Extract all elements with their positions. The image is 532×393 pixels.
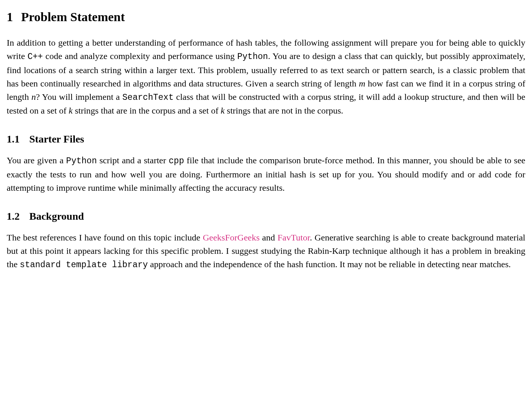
starter-files-paragraph: You are given a Python script and a star… — [7, 154, 525, 194]
code-cpp: cpp — [169, 156, 184, 166]
background-text: The best references I have found on this… — [7, 233, 203, 242]
subsection-heading-background: 1.2Background — [7, 209, 525, 224]
section-number: 1 — [7, 7, 13, 26]
section-title-text: Problem Statement — [21, 10, 125, 24]
code-python: Python — [66, 156, 97, 166]
subsection-title-text: Starter Files — [29, 133, 84, 145]
starter-text: You are given a — [7, 155, 66, 165]
math-var-n: n — [32, 92, 36, 102]
intro-text: ? You will implement a — [36, 92, 122, 102]
background-text: and — [260, 233, 277, 242]
code-cpp: C++ — [27, 52, 43, 62]
intro-text: code and analyze complexity and performa… — [43, 51, 237, 61]
subsection-heading-starter-files: 1.1Starter Files — [7, 131, 525, 147]
math-var-k: k — [69, 106, 73, 115]
math-var-k: k — [221, 106, 225, 115]
link-geeksforgeeks[interactable]: GeeksForGeeks — [203, 233, 260, 242]
math-var-m: m — [359, 79, 365, 88]
link-favtutor[interactable]: FavTutor — [278, 233, 310, 242]
subsection-number: 1.1 — [7, 131, 20, 147]
code-searchtext: SearchText — [122, 93, 174, 102]
section-heading: 1Problem Statement — [7, 7, 525, 26]
code-python: Python — [237, 52, 268, 62]
intro-text: strings that are not in the corpus. — [225, 106, 343, 115]
background-text: approach and the independence of the has… — [148, 259, 511, 269]
code-stl: standard template library — [20, 260, 148, 270]
background-paragraph: The best references I have found on this… — [7, 231, 525, 272]
intro-text: strings that are in the corpus and a set… — [73, 106, 221, 115]
starter-text: script and a starter — [97, 155, 169, 165]
subsection-number: 1.2 — [7, 209, 20, 224]
subsection-title-text: Background — [29, 210, 84, 222]
intro-paragraph: In addition to getting a better understa… — [7, 36, 525, 117]
